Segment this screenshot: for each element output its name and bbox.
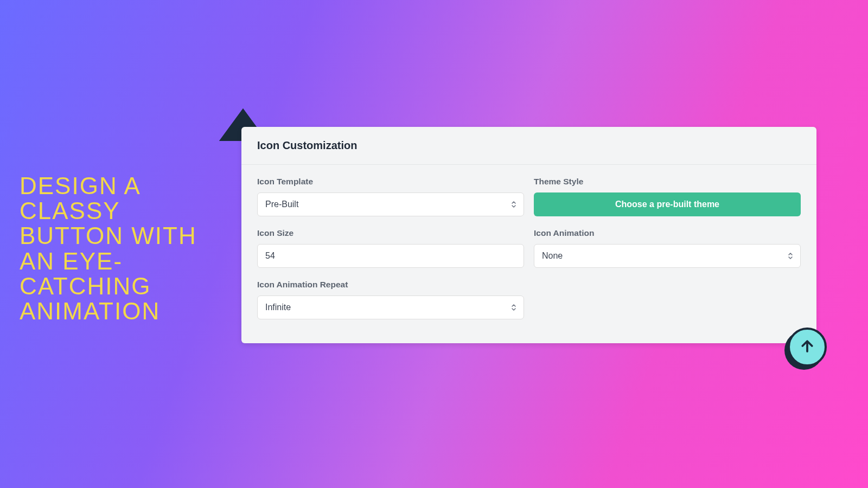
theme-style-group: Theme Style Choose a pre-built theme <box>534 177 801 216</box>
icon-size-group: Icon Size 54 <box>257 228 524 268</box>
icon-animation-select[interactable]: None <box>534 244 801 268</box>
icon-animation-repeat-group: Icon Animation Repeat Infinite <box>257 280 524 319</box>
icon-animation-group: Icon Animation None <box>534 228 801 268</box>
icon-animation-repeat-select[interactable]: Infinite <box>257 296 524 319</box>
icon-animation-value: None <box>542 251 563 261</box>
chevron-updown-icon <box>511 304 516 311</box>
arrow-up-icon <box>799 338 815 356</box>
panel-body: Icon Template Pre-Built Theme Style Choo… <box>241 165 816 343</box>
icon-size-input[interactable]: 54 <box>257 244 524 268</box>
icon-animation-repeat-label: Icon Animation Repeat <box>257 280 524 290</box>
icon-size-value: 54 <box>265 251 275 261</box>
icon-template-select[interactable]: Pre-Built <box>257 192 524 216</box>
page-headline: DESIGN A CLASSY BUTTON WITH AN EYE-CATCH… <box>20 174 215 324</box>
icon-animation-label: Icon Animation <box>534 228 801 238</box>
panel-title: Icon Customization <box>257 139 801 152</box>
chevron-updown-icon <box>788 252 793 260</box>
choose-theme-button[interactable]: Choose a pre-built theme <box>534 192 801 216</box>
chevron-updown-icon <box>511 201 516 208</box>
icon-template-group: Icon Template Pre-Built <box>257 177 524 216</box>
icon-size-label: Icon Size <box>257 228 524 238</box>
icon-animation-repeat-value: Infinite <box>265 303 291 312</box>
scroll-to-top-button[interactable] <box>788 328 827 367</box>
icon-template-value: Pre-Built <box>265 200 298 209</box>
choose-theme-button-label: Choose a pre-built theme <box>615 200 719 209</box>
panel-header: Icon Customization <box>241 127 816 165</box>
icon-customization-panel: Icon Customization Icon Template Pre-Bui… <box>241 127 816 343</box>
theme-style-label: Theme Style <box>534 177 801 187</box>
icon-template-label: Icon Template <box>257 177 524 187</box>
